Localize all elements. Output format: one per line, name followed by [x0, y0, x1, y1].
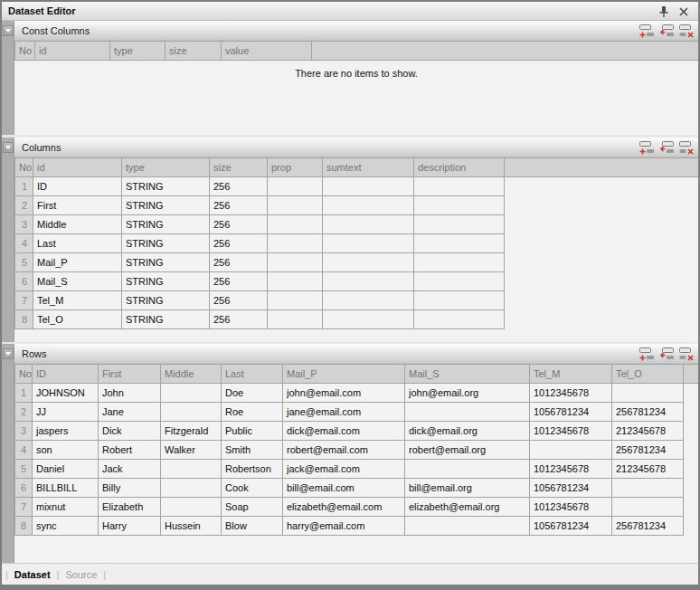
row-number-cell[interactable]: 4: [14, 441, 33, 460]
data-cell[interactable]: [323, 272, 414, 291]
data-cell[interactable]: 256: [210, 234, 268, 253]
data-cell[interactable]: [323, 253, 414, 272]
data-cell[interactable]: STRING: [122, 215, 210, 234]
insert-row-button[interactable]: [659, 347, 675, 361]
data-cell[interactable]: [414, 310, 505, 329]
data-cell[interactable]: [414, 177, 505, 196]
data-cell[interactable]: 256: [210, 272, 268, 291]
row-number-cell[interactable]: 5: [14, 460, 33, 479]
row-number-cell[interactable]: 2: [14, 196, 33, 215]
data-cell[interactable]: [323, 234, 414, 253]
data-cell[interactable]: [268, 196, 323, 215]
row-number-cell[interactable]: 3: [14, 422, 33, 441]
data-cell[interactable]: 256: [210, 253, 268, 272]
data-cell[interactable]: [161, 479, 222, 498]
data-cell[interactable]: Mail_P: [33, 253, 122, 272]
data-cell[interactable]: dick@email.com: [283, 422, 405, 441]
data-cell[interactable]: [414, 215, 505, 234]
data-cell[interactable]: john@email.com: [283, 384, 405, 403]
data-cell[interactable]: ID: [33, 177, 122, 196]
data-cell[interactable]: [268, 177, 323, 196]
data-cell[interactable]: 1012345678: [530, 498, 612, 517]
data-cell[interactable]: 256781234: [612, 441, 684, 460]
data-cell[interactable]: 256781234: [612, 403, 684, 422]
column-header[interactable]: Mail_P: [283, 364, 405, 384]
data-cell[interactable]: 256: [210, 215, 268, 234]
add-row-button[interactable]: [639, 24, 655, 38]
data-cell[interactable]: [268, 310, 323, 329]
data-cell[interactable]: son: [33, 441, 99, 460]
column-header[interactable]: [312, 41, 698, 61]
data-cell[interactable]: JOHNSON: [33, 384, 99, 403]
data-cell[interactable]: 1056781234: [530, 517, 612, 536]
data-cell[interactable]: Elizabeth: [99, 498, 161, 517]
add-row-button[interactable]: [639, 347, 655, 361]
data-cell[interactable]: [405, 403, 530, 422]
column-header[interactable]: value: [222, 41, 312, 61]
data-cell[interactable]: 1056781234: [530, 479, 612, 498]
close-button[interactable]: [676, 5, 691, 19]
row-number-cell[interactable]: 6: [14, 272, 33, 291]
column-header[interactable]: ID: [33, 364, 99, 384]
data-cell[interactable]: bill@email.org: [405, 479, 530, 498]
data-cell[interactable]: 1012345678: [530, 384, 612, 403]
data-cell[interactable]: 256781234: [612, 517, 684, 536]
data-cell[interactable]: [161, 403, 222, 422]
data-cell[interactable]: [268, 272, 323, 291]
data-cell[interactable]: STRING: [122, 272, 210, 291]
data-cell[interactable]: [161, 384, 222, 403]
column-header[interactable]: Last: [222, 364, 283, 384]
data-cell[interactable]: Blow: [222, 517, 283, 536]
data-cell[interactable]: 212345678: [612, 422, 684, 441]
data-cell[interactable]: [268, 253, 323, 272]
data-cell[interactable]: [323, 177, 414, 196]
column-header[interactable]: prop: [268, 157, 323, 177]
column-header[interactable]: id: [35, 41, 110, 61]
data-cell[interactable]: Cook: [222, 479, 283, 498]
data-cell[interactable]: Public: [222, 422, 283, 441]
row-number-cell[interactable]: 1: [14, 177, 33, 196]
insert-row-button[interactable]: [659, 140, 675, 155]
tab-dataset[interactable]: Dataset: [14, 569, 51, 580]
row-number-cell[interactable]: 4: [14, 234, 33, 253]
data-cell[interactable]: [268, 234, 323, 253]
data-cell[interactable]: Harry: [99, 517, 161, 536]
row-number-cell[interactable]: 8: [14, 517, 33, 536]
const-columns-collapse-button[interactable]: [3, 25, 14, 36]
column-header[interactable]: type: [110, 41, 166, 61]
column-header[interactable]: Mail_S: [405, 364, 530, 384]
pin-button[interactable]: [657, 5, 671, 19]
row-number-cell[interactable]: 5: [14, 253, 33, 272]
data-cell[interactable]: Roe: [222, 403, 283, 422]
data-cell[interactable]: Tel_M: [33, 291, 122, 310]
data-cell[interactable]: 256: [210, 177, 268, 196]
column-header[interactable]: No: [14, 364, 33, 384]
data-cell[interactable]: Billy: [99, 479, 161, 498]
column-header[interactable]: Tel_M: [530, 364, 612, 384]
add-row-button[interactable]: [639, 140, 655, 155]
data-cell[interactable]: [612, 384, 684, 403]
data-cell[interactable]: [612, 479, 684, 498]
column-header[interactable]: id: [33, 157, 122, 177]
data-cell[interactable]: Soap: [222, 498, 283, 517]
column-header[interactable]: [505, 157, 698, 177]
data-cell[interactable]: mixnut: [33, 498, 99, 517]
data-cell[interactable]: 1012345678: [530, 460, 612, 479]
column-header[interactable]: description: [414, 157, 505, 177]
data-cell[interactable]: First: [33, 196, 122, 215]
column-header[interactable]: type: [122, 157, 210, 177]
data-cell[interactable]: JJ: [33, 403, 99, 422]
data-cell[interactable]: [414, 272, 505, 291]
data-cell[interactable]: elizabeth@email.org: [405, 498, 530, 517]
data-cell[interactable]: elizabeth@email.com: [283, 498, 405, 517]
data-cell[interactable]: Jack: [99, 460, 161, 479]
data-cell[interactable]: 256: [210, 310, 268, 329]
data-cell[interactable]: sync: [33, 517, 99, 536]
column-header[interactable]: size: [166, 41, 222, 61]
column-header[interactable]: No: [14, 41, 35, 61]
data-cell[interactable]: [414, 234, 505, 253]
data-cell[interactable]: Hussein: [161, 517, 222, 536]
data-cell[interactable]: [323, 310, 414, 329]
data-cell[interactable]: [268, 291, 323, 310]
data-cell[interactable]: [323, 215, 414, 234]
